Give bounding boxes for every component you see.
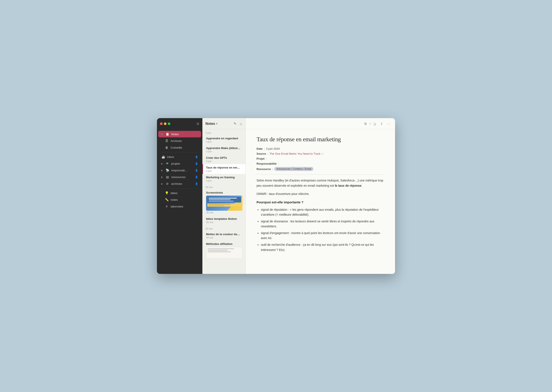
sidebar-item-label: archives: [171, 182, 193, 185]
notes-panel-title-button[interactable]: Notes ∨: [205, 122, 218, 126]
note-item[interactable]: Marketing en Gaming 3 juin: [202, 174, 246, 184]
nav-arrow-icon: ▶: [161, 162, 163, 165]
note-item[interactable]: Screenshots 30 mai: [202, 189, 246, 216]
inbox-icon: ☕: [161, 155, 165, 159]
note-date: 30 mai: [206, 211, 242, 214]
sidebar-item-inbox[interactable]: ☕ inbox 👤: [158, 154, 201, 160]
notes-icon: 📋: [165, 133, 169, 136]
nav-divider: [160, 152, 199, 152]
archives2-icon: ⊘: [165, 182, 169, 185]
sidebar-item-label: inbox: [167, 155, 193, 159]
meta-colon: :: [272, 168, 273, 171]
sidebar-item-label: Corbeille: [170, 146, 198, 149]
note-metadata: Date : 3 juin 2024 Source : The One Emai…: [256, 147, 384, 171]
note-item[interactable]: Apprendre en regardant 3 juin: [202, 135, 246, 145]
sidebar-item-responsab[interactable]: ▶ 📡 responsab… 👤: [158, 167, 201, 174]
note-body[interactable]: Selon Anne Handley (et d'autres entrepri…: [256, 178, 384, 252]
projets-icon: 👁: [165, 162, 169, 165]
sidebar-item-corbeille[interactable]: 🗑 Corbeille: [158, 144, 201, 151]
italic-button[interactable]: I: [369, 121, 371, 126]
main-toolbar: B I U ℹ ⋯: [246, 118, 395, 129]
meta-ressource-row: Ressource : #ressources / Contenu / Emai…: [256, 167, 384, 171]
body-paragraph-2: OMWR : taux d'ouverture pour réécrire.: [256, 191, 384, 197]
info-button[interactable]: ℹ: [380, 121, 383, 126]
sidebar: ⚙ ▶ 📋 Notes 🗄 Archives 🗑 Corbeille ☕ inb…: [157, 118, 202, 274]
projet-label: Projet: [256, 157, 264, 160]
note-item[interactable]: Apprendre Make (début… 3 juin: [202, 145, 246, 154]
date-label: Date: [256, 147, 262, 150]
list-item: signal de résonance : les lecteurs doive…: [261, 219, 384, 229]
body-paragraph-1: Selon Anne Handley (et d'autres entrepri…: [256, 178, 384, 189]
date-divider: 30 mai: [202, 184, 246, 189]
sidebar-item-label: Archives: [170, 139, 198, 143]
app-window: ⚙ ▶ 📋 Notes 🗄 Archives 🗑 Corbeille ☕ inb…: [157, 118, 395, 274]
minimize-button[interactable]: [164, 122, 166, 125]
sidebar-item-idees[interactable]: 💡 idées: [158, 190, 201, 196]
ressource-label: Ressource: [256, 168, 271, 171]
note-title: Mettez de la couleur da…: [206, 232, 242, 236]
nav-arrow-icon: ▶: [161, 176, 163, 178]
notes-list: 3 juin Apprendre en regardant 3 juin App…: [202, 129, 246, 274]
notes-panel-header: Notes ∨ ✎ ⌕: [202, 118, 246, 129]
note-title: Créer des GPTs: [206, 156, 242, 160]
meta-colon: :: [278, 162, 279, 165]
meta-colon: :: [267, 152, 268, 155]
new-note-button[interactable]: ✎: [233, 121, 237, 126]
note-title: Méthodes affiliation: [206, 242, 242, 245]
sidebar-item-ressources[interactable]: ▶ ▤ ressources 👤: [158, 174, 201, 180]
trash-icon: 🗑: [165, 146, 169, 149]
sidebar-titlebar: ⚙: [157, 118, 202, 129]
sidebar-item-label: ressources: [171, 175, 193, 179]
note-date: 3 juin: [206, 150, 242, 153]
sidebar-item-label: takenotes: [170, 205, 198, 208]
note-divider: [256, 174, 384, 175]
note-date: 30 mai: [206, 221, 242, 224]
source-link[interactable]: The One Email Metric You Need to Track: [269, 152, 321, 155]
archives-icon: 🗄: [165, 139, 169, 143]
edit-icon[interactable]: ✏: [322, 152, 324, 155]
search-button[interactable]: ⌕: [239, 121, 242, 126]
close-button[interactable]: [160, 122, 163, 125]
maximize-button[interactable]: [168, 122, 170, 125]
underline-button[interactable]: U: [373, 121, 377, 126]
sidebar-item-notes2[interactable]: ✏️ notes: [158, 196, 201, 203]
idees-icon: 💡: [165, 191, 169, 195]
note-editor[interactable]: Taux de réponse en email marketing Date …: [246, 129, 395, 274]
note-title: Screenshots: [206, 191, 242, 194]
sidebar-item-label: responsab…: [171, 169, 193, 172]
note-title: Apprendre Make (début…: [206, 147, 242, 150]
date-divider: 3 juin: [202, 129, 246, 135]
note-title: Idées templates Notion: [206, 217, 242, 220]
sidebar-item-notes[interactable]: ▶ 📋 Notes: [158, 131, 201, 137]
meta-colon: :: [266, 157, 267, 160]
user-badge: 👤: [195, 176, 198, 178]
sidebar-item-projets[interactable]: ▶ 👁 projets 👤: [158, 160, 201, 167]
ressources-icon: ▤: [165, 175, 169, 179]
note-item[interactable]: Méthodes affiliation: [202, 241, 246, 261]
note-date: 3 juin: [206, 160, 242, 162]
nav-divider: [160, 188, 199, 189]
sidebar-item-label: idées: [170, 191, 198, 195]
responsabilite-label: Responsabilité: [256, 162, 276, 165]
bold-button[interactable]: B: [364, 121, 367, 126]
more-options-button[interactable]: ⋯: [386, 121, 391, 126]
sidebar-item-archives2[interactable]: ▶ ⊘ archives 👤: [158, 180, 201, 187]
body-heading: Pourquoi est-elle importante ?: [256, 199, 384, 205]
date-divider: 29 mai: [202, 225, 246, 231]
note-item[interactable]: Créer des GPTs 3 juin: [202, 154, 246, 164]
settings-icon[interactable]: ⚙: [196, 122, 199, 126]
meta-responsabilite-row: Responsabilité :: [256, 162, 384, 165]
note-date: 3 juin: [206, 140, 242, 143]
sidebar-item-archives[interactable]: 🗄 Archives: [158, 138, 201, 144]
date-value: 3 juin 2024: [266, 147, 280, 150]
nav-arrow-icon: ▶: [161, 169, 163, 172]
notes2-icon: ✏️: [165, 198, 169, 201]
note-item[interactable]: Mettez de la couleur da… 29 mai: [202, 231, 246, 241]
notes-panel-title: Notes: [205, 122, 215, 126]
responsab-icon: 📡: [165, 168, 169, 172]
notes-panel: Notes ∨ ✎ ⌕ 3 juin Apprendre en regardan…: [202, 118, 246, 274]
note-item-active[interactable]: Taux de réponse en em… 3 juin: [202, 164, 246, 174]
note-item[interactable]: Idées templates Notion 30 mai: [202, 216, 246, 225]
traffic-lights: [160, 122, 170, 125]
sidebar-item-takenotes[interactable]: # takenotes: [158, 203, 201, 210]
